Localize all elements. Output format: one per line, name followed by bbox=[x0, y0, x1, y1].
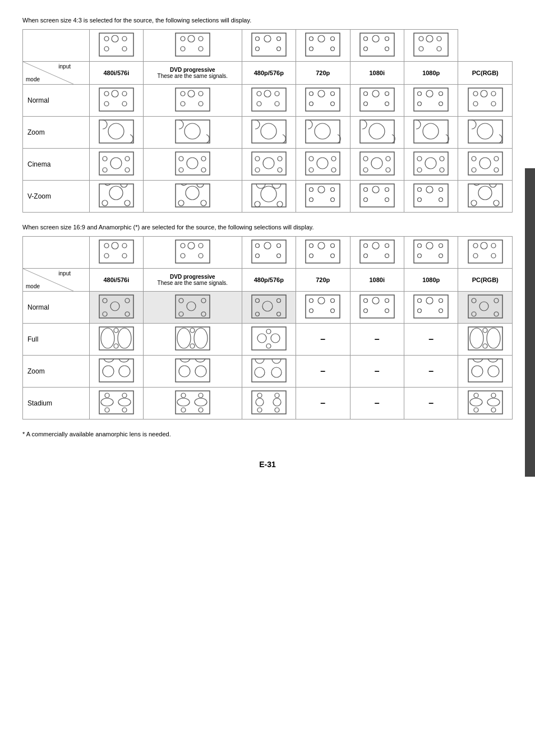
svg-point-294 bbox=[177, 398, 190, 406]
screen-icon bbox=[305, 32, 341, 57]
svg-rect-6 bbox=[176, 33, 210, 56]
col2-header-1080i: 1080i bbox=[350, 269, 404, 292]
svg-point-62 bbox=[363, 92, 367, 96]
svg-point-113 bbox=[317, 158, 328, 169]
svg-point-164 bbox=[439, 198, 443, 202]
screen-vzoom-480p bbox=[251, 183, 287, 208]
svg-point-257 bbox=[114, 328, 118, 333]
header-mode-label-2: mode bbox=[26, 283, 40, 289]
svg-rect-307 bbox=[468, 391, 502, 414]
svg-point-128 bbox=[440, 168, 444, 172]
svg-point-301 bbox=[256, 398, 264, 406]
svg-rect-99 bbox=[176, 152, 210, 175]
screen-169-stadium-480p bbox=[251, 390, 287, 415]
svg-point-174 bbox=[122, 253, 127, 258]
table-169: input mode 480i/576i DVD progressiveThes… bbox=[22, 236, 513, 420]
svg-point-50 bbox=[257, 91, 261, 96]
screen-cinema-480p bbox=[251, 151, 287, 176]
table-row: Normal bbox=[23, 292, 513, 324]
svg-point-261 bbox=[194, 328, 207, 348]
svg-point-304 bbox=[275, 393, 279, 398]
svg-point-13 bbox=[255, 37, 259, 41]
svg-point-299 bbox=[199, 408, 203, 412]
svg-point-210 bbox=[491, 253, 496, 258]
svg-point-152 bbox=[331, 198, 335, 202]
svg-point-197 bbox=[363, 254, 367, 258]
screen-zoom-480p bbox=[251, 119, 287, 144]
svg-point-33 bbox=[437, 36, 441, 41]
svg-point-77 bbox=[473, 102, 478, 106]
svg-point-178 bbox=[199, 243, 203, 248]
svg-point-273 bbox=[483, 344, 487, 348]
svg-point-266 bbox=[271, 334, 280, 343]
svg-point-64 bbox=[385, 92, 389, 96]
screen-169-normal-1080i bbox=[359, 294, 395, 319]
svg-point-208 bbox=[491, 243, 496, 248]
svg-point-38 bbox=[104, 91, 109, 96]
svg-point-196 bbox=[385, 244, 389, 248]
svg-point-189 bbox=[318, 242, 325, 249]
col2-header-480i: 480i/576i bbox=[89, 269, 143, 292]
svg-point-97 bbox=[103, 168, 107, 172]
svg-point-90 bbox=[423, 123, 439, 139]
svg-point-92 bbox=[477, 123, 493, 139]
svg-point-289 bbox=[105, 393, 109, 398]
mode-label-vzoom: V-Zoom bbox=[23, 181, 90, 213]
intro-text-2: When screen size 16:9 and Anamorphic (*)… bbox=[22, 224, 513, 231]
mode2-label-full: Full bbox=[23, 324, 90, 356]
dash-zoom169-1080p: – bbox=[404, 356, 458, 388]
svg-point-284 bbox=[472, 366, 483, 377]
svg-point-263 bbox=[190, 344, 195, 348]
svg-point-133 bbox=[472, 168, 476, 172]
svg-point-247 bbox=[439, 309, 443, 313]
svg-point-70 bbox=[439, 92, 443, 96]
svg-point-172 bbox=[122, 243, 127, 248]
svg-point-298 bbox=[181, 408, 186, 412]
svg-point-295 bbox=[195, 398, 207, 406]
svg-point-21 bbox=[331, 37, 335, 41]
screen-169-full-dvdp bbox=[174, 326, 211, 351]
svg-point-184 bbox=[276, 244, 280, 248]
col2-header-pcrgb: PC(RGB) bbox=[458, 269, 513, 292]
svg-point-156 bbox=[385, 188, 389, 192]
col-header-720p: 720p bbox=[296, 62, 350, 85]
svg-point-167 bbox=[471, 200, 477, 206]
col2-header-dvdp: DVD progressiveThese are the same signal… bbox=[144, 269, 242, 292]
dash-full-720p: – bbox=[296, 324, 350, 356]
svg-point-163 bbox=[418, 198, 422, 202]
svg-point-68 bbox=[418, 92, 422, 96]
screen-vzoom-dvdp bbox=[174, 183, 211, 208]
svg-point-235 bbox=[331, 309, 335, 313]
svg-point-202 bbox=[439, 244, 443, 248]
header-mode-label: mode bbox=[26, 76, 40, 82]
svg-point-101 bbox=[187, 158, 198, 169]
svg-rect-129 bbox=[468, 152, 502, 175]
svg-point-279 bbox=[195, 366, 206, 377]
svg-rect-37 bbox=[99, 88, 133, 111]
svg-point-74 bbox=[473, 91, 478, 96]
dash-full-1080p: – bbox=[404, 324, 458, 356]
svg-point-104 bbox=[201, 168, 206, 172]
svg-point-17 bbox=[276, 47, 280, 51]
svg-point-145 bbox=[255, 201, 260, 207]
svg-point-272 bbox=[483, 328, 487, 333]
svg-point-82 bbox=[185, 123, 200, 139]
screen-icon bbox=[413, 32, 449, 57]
svg-point-45 bbox=[188, 90, 195, 97]
svg-point-201 bbox=[426, 242, 433, 249]
screen-normal-pcrgb bbox=[467, 87, 504, 112]
screen-zoom-1080p bbox=[413, 119, 449, 144]
svg-point-118 bbox=[363, 156, 368, 161]
svg-point-203 bbox=[418, 254, 422, 258]
mode-label-zoom: Zoom bbox=[23, 117, 90, 149]
table-row: Zoom bbox=[23, 117, 513, 149]
svg-point-287 bbox=[101, 398, 113, 406]
svg-point-311 bbox=[491, 393, 496, 398]
mode2-label-normal: Normal bbox=[23, 292, 90, 324]
svg-point-297 bbox=[199, 393, 203, 398]
intro-text-1: When screen size 4:3 is selected for the… bbox=[22, 17, 513, 24]
svg-point-137 bbox=[102, 200, 108, 206]
svg-point-246 bbox=[418, 309, 422, 313]
svg-point-146 bbox=[277, 201, 283, 207]
svg-point-183 bbox=[264, 242, 271, 249]
